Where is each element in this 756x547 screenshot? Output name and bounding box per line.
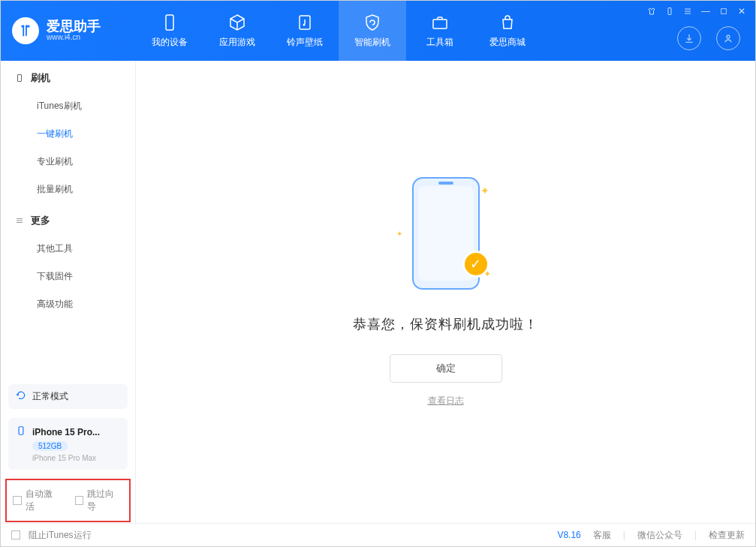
ok-button[interactable]: 确定 (390, 354, 502, 383)
svg-rect-2 (166, 15, 173, 30)
nav-label: 爱思商城 (489, 36, 526, 49)
device-full-name: iPhone 15 Pro Max (32, 454, 120, 462)
svg-point-4 (303, 23, 306, 26)
checkbox-label: 跳过向导 (87, 488, 123, 513)
user-icon (722, 32, 734, 44)
sidebar-item-itunes-flash[interactable]: iTunes刷机 (1, 92, 135, 120)
svg-rect-8 (721, 9, 727, 14)
nav-label: 智能刷机 (354, 36, 390, 49)
account-button[interactable] (716, 26, 740, 50)
music-icon (296, 14, 314, 32)
device-icon (161, 14, 179, 32)
menu-icon[interactable] (682, 5, 694, 17)
skip-wizard-checkbox[interactable]: 跳过向导 (75, 488, 124, 513)
logo-area: 爱思助手 www.i4.cn (1, 17, 136, 44)
cube-icon (228, 14, 246, 32)
maximize-button[interactable] (718, 5, 730, 17)
svg-rect-0 (22, 26, 25, 28)
nav-label: 我的设备 (152, 36, 188, 49)
sidebar-item-advanced[interactable]: 高级功能 (1, 290, 135, 318)
footer-link-wechat[interactable]: 微信公众号 (637, 529, 682, 542)
device-box[interactable]: iPhone 15 Pro... 512GB iPhone 15 Pro Max (8, 418, 128, 470)
svg-rect-10 (19, 427, 23, 435)
skin-icon[interactable] (646, 5, 658, 17)
sidebar-item-other-tools[interactable]: 其他工具 (1, 235, 135, 263)
download-icon (683, 32, 695, 44)
sparkle-icon: ✦ (396, 230, 402, 238)
sidebar-item-pro-flash[interactable]: 专业刷机 (1, 148, 135, 176)
nav-tab-device[interactable]: 我的设备 (136, 1, 203, 61)
logo-icon (12, 17, 39, 44)
check-badge-icon: ✓ (462, 251, 489, 278)
svg-point-6 (727, 35, 730, 38)
close-button[interactable]: ✕ (736, 5, 748, 17)
phone-icon (16, 425, 26, 438)
sidebar-section-more: 更多 (1, 203, 135, 235)
sparkle-icon: ✦ (480, 185, 489, 197)
nav-tab-apps[interactable]: 应用游戏 (203, 1, 271, 61)
refresh-icon (16, 390, 26, 403)
toolbox-icon (431, 14, 449, 32)
download-button[interactable] (677, 26, 701, 50)
phone-icon[interactable] (664, 5, 676, 17)
view-log-link[interactable]: 查看日志 (428, 395, 464, 407)
store-icon (498, 14, 517, 32)
nav-label: 应用游戏 (219, 36, 255, 49)
svg-rect-1 (26, 26, 30, 28)
nav-tab-flash[interactable]: 智能刷机 (339, 1, 406, 61)
sidebar-section-flash: 刷机 (1, 61, 135, 92)
section-title: 刷机 (31, 71, 50, 85)
device-name: iPhone 15 Pro... (32, 427, 100, 437)
svg-rect-7 (668, 8, 671, 15)
sidebar-item-batch-flash[interactable]: 批量刷机 (1, 176, 135, 203)
block-itunes-checkbox[interactable]: 阻止iTunes运行 (11, 529, 92, 542)
checkbox-label: 阻止iTunes运行 (29, 529, 92, 542)
storage-badge: 512GB (32, 441, 68, 451)
version-label: V8.16 (557, 530, 580, 540)
shield-refresh-icon (363, 14, 381, 32)
svg-rect-5 (433, 20, 447, 29)
phone-small-icon (14, 73, 25, 83)
app-title: 爱思助手 (47, 20, 101, 33)
mode-box[interactable]: 正常模式 (8, 384, 128, 409)
success-message: 恭喜您，保资料刷机成功啦！ (353, 315, 538, 333)
nav-label: 铃声壁纸 (287, 36, 323, 49)
nav-tab-toolbox[interactable]: 工具箱 (406, 1, 474, 61)
highlighted-checkboxes: 自动激活 跳过向导 (5, 479, 131, 522)
nav-tab-store[interactable]: 爱思商城 (474, 1, 541, 61)
sidebar-item-oneclick-flash[interactable]: 一键刷机 (1, 120, 135, 148)
auto-activate-checkbox[interactable]: 自动激活 (13, 488, 62, 513)
mode-label: 正常模式 (32, 390, 68, 403)
more-icon (14, 215, 25, 226)
app-subtitle: www.i4.cn (47, 33, 101, 42)
checkbox-label: 自动激活 (26, 488, 62, 513)
nav-label: 工具箱 (426, 36, 453, 49)
footer-link-support[interactable]: 客服 (593, 529, 611, 542)
sidebar-item-download-firmware[interactable]: 下载固件 (1, 263, 135, 290)
footer-link-update[interactable]: 检查更新 (709, 529, 745, 542)
svg-rect-9 (18, 75, 22, 82)
minimize-button[interactable]: — (700, 5, 712, 17)
nav-tab-ringtones[interactable]: 铃声壁纸 (271, 1, 339, 61)
success-illustration: ✦ ✦ ✦ ✓ (401, 177, 491, 297)
section-title: 更多 (31, 214, 50, 227)
